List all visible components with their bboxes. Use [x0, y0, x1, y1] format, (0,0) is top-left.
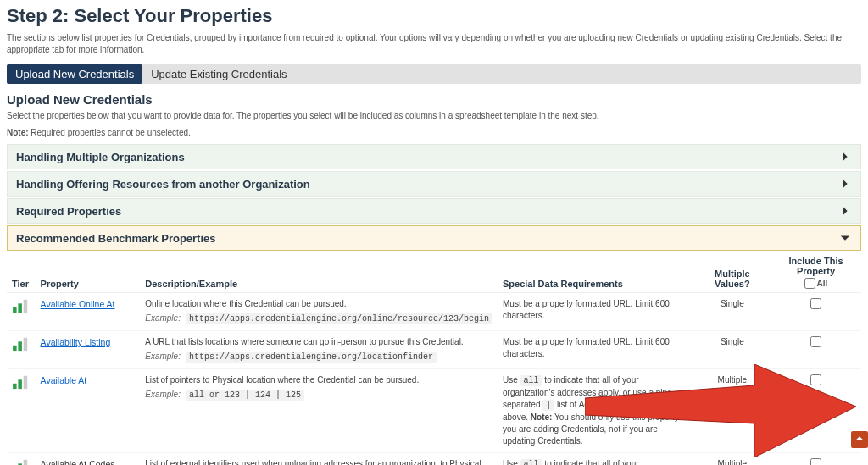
table-row: Available AtList of pointers to Physical… — [7, 369, 861, 453]
col-description: Description/Example — [140, 252, 498, 293]
section-heading: Upload New Credentials — [7, 92, 861, 107]
accordion-benchmark[interactable]: Recommended Benchmark Properties — [7, 225, 861, 251]
scroll-to-top-button[interactable] — [851, 431, 868, 448]
include-all-label: All — [817, 279, 828, 288]
intro-text: The sections below list properties for C… — [7, 32, 861, 56]
svg-rect-3 — [13, 346, 17, 351]
property-label: Available At Codes — [41, 459, 115, 465]
svg-rect-2 — [24, 300, 28, 313]
note-label: Note: — [7, 128, 29, 137]
include-all-checkbox[interactable] — [804, 278, 815, 289]
accordion-title: Required Properties — [16, 205, 121, 218]
properties-table: Tier Property Description/Example Specia… — [7, 252, 861, 465]
accordion-title: Recommended Benchmark Properties — [16, 232, 216, 245]
chevron-right-icon — [838, 150, 852, 163]
chevron-down-icon — [838, 231, 852, 245]
chevron-right-icon — [838, 204, 852, 218]
example-row: Example:https://apps.credentialengine.or… — [145, 313, 492, 325]
col-special: Special Data Requirements — [498, 252, 694, 293]
accordion-title: Handling Multiple Organizations — [16, 151, 185, 163]
col-property: Property — [36, 252, 141, 293]
tier-bars-icon — [12, 298, 29, 312]
special-requirements: Must be a properly formatted URL. Limit … — [498, 293, 694, 331]
example-row: Example:https://apps.credentialengine.or… — [145, 351, 492, 363]
chevron-right-icon — [838, 177, 852, 191]
svg-rect-6 — [13, 384, 17, 389]
note-text: Required properties cannot be unselected… — [29, 128, 191, 137]
include-checkbox[interactable] — [810, 458, 821, 465]
special-requirements: Use all to indicate that all of your org… — [498, 369, 694, 453]
table-row: Availability ListingA URL that lists loc… — [7, 331, 861, 369]
accordion-required[interactable]: Required Properties — [7, 198, 861, 224]
svg-rect-5 — [24, 338, 28, 351]
property-link[interactable]: Available At — [41, 375, 87, 385]
accordion-title: Handling Offering Resources from another… — [16, 178, 310, 191]
tab-bar: Upload New Credentials Update Existing C… — [7, 64, 861, 84]
description-text: Online location where this Credential ca… — [145, 298, 492, 310]
tier-bars-icon — [12, 458, 29, 465]
accordion-offering[interactable]: Handling Offering Resources from another… — [7, 171, 861, 197]
property-link[interactable]: Availability Listing — [41, 337, 111, 347]
col-include: Include This Property All — [771, 252, 861, 293]
multiple-values: Single — [694, 293, 771, 331]
section-text: Select the properties below that you wan… — [7, 110, 861, 122]
col-tier: Tier — [7, 252, 36, 293]
svg-rect-1 — [18, 303, 22, 313]
description-text: List of external identifiers used when u… — [145, 458, 492, 465]
include-checkbox[interactable] — [810, 336, 821, 347]
include-checkbox[interactable] — [810, 298, 821, 309]
tab-upload-new[interactable]: Upload New Credentials — [7, 64, 142, 84]
svg-rect-8 — [24, 376, 28, 389]
svg-rect-11 — [24, 460, 28, 465]
table-row: Available Online AtOnline location where… — [7, 293, 861, 331]
col-multiple: Multiple Values? — [694, 252, 771, 293]
special-requirements: Must be a properly formatted URL. Limit … — [498, 331, 694, 369]
tab-update-existing[interactable]: Update Existing Credentials — [142, 64, 295, 84]
tier-bars-icon — [12, 336, 29, 350]
include-header-text: Include This Property — [776, 256, 856, 276]
svg-rect-4 — [18, 341, 22, 351]
example-code: https://apps.credentialengine.org/online… — [186, 313, 492, 324]
description-text: A URL that lists locations where someone… — [145, 336, 492, 348]
description-text: List of pointers to Physical location wh… — [145, 374, 492, 386]
svg-rect-0 — [13, 307, 17, 313]
section-note: Note: Required properties cannot be unse… — [7, 127, 861, 139]
include-checkbox[interactable] — [810, 374, 821, 385]
tier-bars-icon — [12, 374, 29, 388]
page-title: Step 2: Select Your Properties — [7, 5, 861, 27]
multiple-values: Multiple — [694, 453, 771, 466]
multiple-values: Single — [694, 331, 771, 369]
example-row: Example:all or 123 | 124 | 125 — [145, 389, 492, 401]
multiple-values: Multiple — [694, 369, 771, 453]
special-requirements: Use all to indicate that all of your org… — [498, 453, 694, 466]
table-row: Available At CodesList of external ident… — [7, 453, 861, 466]
svg-rect-7 — [18, 379, 22, 389]
example-code: all or 123 | 124 | 125 — [186, 390, 304, 401]
accordion-multi-org[interactable]: Handling Multiple Organizations — [7, 144, 861, 169]
property-link[interactable]: Available Online At — [41, 299, 115, 309]
example-code: https://apps.credentialengine.org/locati… — [186, 352, 437, 363]
